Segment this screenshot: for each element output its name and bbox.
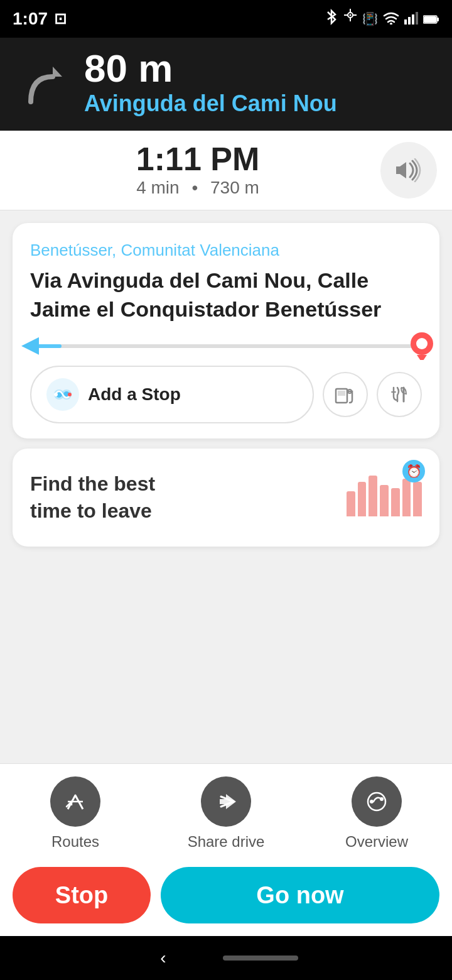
svg-point-23 — [68, 393, 72, 396]
add-stop-label: Add a Stop — [88, 384, 181, 405]
svg-rect-25 — [338, 391, 345, 396]
vibrate-icon: 📳 — [362, 11, 378, 26]
battery-icon — [423, 9, 439, 29]
svg-rect-8 — [408, 17, 411, 24]
routes-label: Routes — [51, 833, 99, 851]
svg-point-16 — [416, 338, 428, 349]
overview-button[interactable]: Overview — [301, 776, 452, 851]
wifi-icon — [383, 9, 399, 29]
eta-time: 1:11 PM — [136, 143, 260, 175]
routes-button[interactable]: Routes — [0, 776, 151, 851]
system-nav-bar: ‹ — [0, 936, 452, 980]
progress-start-icon — [21, 337, 39, 355]
go-now-button[interactable]: Go now — [161, 867, 439, 923]
location-icon — [343, 9, 357, 30]
best-time-text: Find the besttime to leave — [30, 471, 155, 525]
cta-row: Stop Go now — [0, 857, 452, 936]
svg-rect-13 — [424, 16, 436, 23]
svg-rect-7 — [404, 19, 407, 24]
overview-label: Overview — [345, 833, 408, 851]
dest-region: Benetússer, Comunitat Valenciana — [30, 241, 422, 260]
nav-header: 80 m Avinguda del Cami Nou — [0, 38, 452, 131]
destination-card: Benetússer, Comunitat Valenciana Via Avi… — [13, 223, 439, 438]
add-stop-icon — [46, 378, 79, 411]
svg-rect-12 — [437, 18, 439, 21]
status-bar: 1:07 ⊡ 📳 — [0, 0, 452, 38]
back-button[interactable]: ‹ — [154, 942, 172, 974]
bottom-actions: Routes Share drive — [0, 763, 452, 857]
nav-distance: 80 m — [84, 49, 337, 88]
eta-bar: 1:11 PM 4 min • 730 m — [0, 131, 452, 210]
dest-address: Via Avinguda del Cami Nou, Calle Jaime e… — [30, 266, 422, 324]
share-drive-button[interactable]: Share drive — [151, 776, 301, 851]
action-row: Add a Stop — [30, 366, 422, 423]
progress-end-icon — [411, 332, 433, 360]
bluetooth-icon — [325, 9, 338, 30]
time-display: 1:07 — [13, 9, 48, 29]
svg-point-30 — [380, 797, 384, 801]
screenshot-icon: ⊡ — [54, 10, 67, 28]
progress-track — [30, 344, 422, 348]
sound-button[interactable] — [380, 142, 437, 199]
clock-icon: ⏰ — [402, 460, 425, 482]
status-left: 1:07 ⊡ — [13, 9, 67, 29]
share-drive-label: Share drive — [188, 833, 265, 851]
signal-icon — [404, 9, 418, 29]
svg-rect-9 — [412, 14, 414, 24]
nav-street: Avinguda del Cami Nou — [84, 90, 337, 117]
status-right: 📳 — [325, 9, 439, 30]
svg-point-1 — [350, 14, 352, 16]
routes-icon — [50, 776, 100, 827]
svg-marker-14 — [53, 67, 62, 77]
home-indicator[interactable] — [223, 956, 298, 961]
time-chart: ⏰ — [347, 466, 422, 529]
share-drive-icon — [201, 776, 251, 827]
add-stop-button[interactable]: Add a Stop — [30, 366, 314, 423]
stop-button[interactable]: Stop — [13, 867, 151, 923]
svg-marker-17 — [417, 355, 427, 360]
fuel-button[interactable] — [323, 372, 368, 417]
main-content: Benetússer, Comunitat Valenciana Via Avi… — [0, 210, 452, 936]
svg-point-6 — [390, 23, 392, 24]
food-button[interactable] — [377, 372, 422, 417]
eta-sub: 4 min • 730 m — [132, 178, 263, 198]
route-progress — [30, 344, 422, 348]
best-time-card[interactable]: Find the besttime to leave ⏰ — [13, 449, 439, 547]
overview-icon — [352, 776, 402, 827]
svg-rect-10 — [416, 12, 418, 24]
nav-info: 80 m Avinguda del Cami Nou — [84, 49, 337, 117]
turn-arrow-icon — [15, 55, 72, 111]
svg-point-22 — [54, 393, 58, 396]
